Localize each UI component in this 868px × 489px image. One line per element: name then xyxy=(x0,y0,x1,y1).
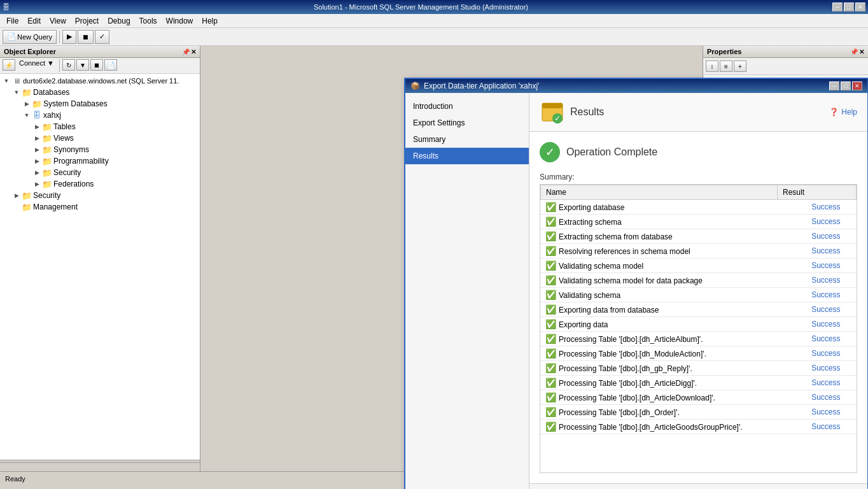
menu-help[interactable]: Help xyxy=(198,15,221,27)
center-area: 📦 Export Data-tier Application 'xahxj' ─… xyxy=(200,46,703,471)
result-status-cell: Success xyxy=(806,346,857,361)
success-link[interactable]: Success xyxy=(811,422,840,431)
success-link[interactable]: Success xyxy=(811,320,840,329)
tree-node-databases[interactable]: ▼ 📁 Databases xyxy=(0,87,200,98)
row-success-icon: ✅ xyxy=(545,363,556,373)
tree-node-system-db[interactable]: ▶ 📁 System Databases xyxy=(0,98,200,110)
close-panel-icon[interactable]: ✕ xyxy=(191,48,196,55)
result-name-cell: ✅Exporting database xyxy=(540,200,806,215)
table-row: ✅Processing Table '[dbo].[dh_ArticleGood… xyxy=(540,420,857,434)
views-label: Views xyxy=(53,134,74,143)
toolbar-btn-2[interactable]: ⏹ xyxy=(78,30,94,44)
nav-summary[interactable]: Summary xyxy=(405,131,529,148)
refresh-button[interactable]: ↻ xyxy=(62,59,75,71)
success-link[interactable]: Success xyxy=(811,349,840,358)
filter-button[interactable]: ▼ xyxy=(76,59,89,71)
row-success-icon: ✅ xyxy=(545,348,556,358)
success-link[interactable]: Success xyxy=(811,217,840,226)
nav-results[interactable]: Results xyxy=(405,148,529,164)
dialog-close-button[interactable]: ✕ xyxy=(852,82,862,90)
table-row: ✅Extracting schema from databaseSuccess xyxy=(540,229,857,244)
table-row: ✅Exporting dataSuccess xyxy=(540,317,857,332)
tree-node-server[interactable]: ▼ 🖥 durto6xle2.database.windows.net (SQL… xyxy=(0,75,200,87)
result-name-cell: ✅Extracting schema xyxy=(540,215,806,229)
close-properties-icon[interactable]: ✕ xyxy=(859,48,864,55)
table-row: ✅Processing Table '[dbo].[dh_ArticleDigg… xyxy=(540,376,857,390)
prop-sort-btn[interactable]: ↕ xyxy=(706,60,718,72)
tree-node-management[interactable]: 📁 Management xyxy=(0,201,200,213)
success-link[interactable]: Success xyxy=(811,232,840,241)
svg-text:✓: ✓ xyxy=(554,114,561,123)
prop-cat-btn[interactable]: ≡ xyxy=(720,60,732,72)
oe-toolbar-separator xyxy=(59,59,60,72)
expand-tables-icon: ▶ xyxy=(32,122,42,132)
toolbar-btn-1[interactable]: ▶ xyxy=(62,30,76,44)
title-bar-left: 🗄 xyxy=(3,3,10,11)
row-success-icon: ✅ xyxy=(545,231,556,241)
menu-project[interactable]: Project xyxy=(71,15,102,27)
table-row: ✅Processing Table '[dbo].[dh_gb_Reply]'.… xyxy=(540,361,857,376)
connect-button[interactable]: ⚡ xyxy=(3,59,15,71)
success-link[interactable]: Success xyxy=(811,408,840,416)
menu-edit[interactable]: Edit xyxy=(24,15,45,27)
menu-view[interactable]: View xyxy=(46,15,70,27)
col-header-result: Result xyxy=(778,185,857,200)
status-text: Ready xyxy=(5,475,25,483)
dialog-minimize-button[interactable]: ─ xyxy=(829,82,839,90)
dialog-content-header: ✓ Results ❓ Help xyxy=(529,93,867,132)
tree-node-tables[interactable]: ▶ 📁 Tables xyxy=(0,121,200,132)
object-explorer-scrollbar-h[interactable] xyxy=(0,460,200,471)
connect-label[interactable]: Connect ▼ xyxy=(17,59,57,72)
success-link[interactable]: Success xyxy=(811,202,840,211)
synonyms-label: Synonyms xyxy=(53,145,89,154)
menu-tools[interactable]: Tools xyxy=(136,15,161,27)
success-link[interactable]: Success xyxy=(811,261,840,270)
menu-debug[interactable]: Debug xyxy=(104,15,134,27)
success-link[interactable]: Success xyxy=(811,334,840,343)
stop-button[interactable]: ⏹ xyxy=(90,59,103,71)
dialog-icon: 📦 xyxy=(410,82,420,90)
toolbar-btn-3[interactable]: ✓ xyxy=(95,30,109,44)
menu-window[interactable]: Window xyxy=(162,15,197,27)
result-status-cell: Success xyxy=(806,332,857,346)
success-link[interactable]: Success xyxy=(811,290,840,299)
success-link[interactable]: Success xyxy=(811,393,840,402)
close-button[interactable]: ✕ xyxy=(855,3,865,11)
table-row: ✅Validating schema modelSuccess xyxy=(540,259,857,273)
object-explorer-tree: ▼ 🖥 durto6xle2.database.windows.net (SQL… xyxy=(0,74,200,460)
result-status-cell: Success xyxy=(806,288,857,302)
tree-node-federations[interactable]: ▶ 📁 Federations xyxy=(0,178,200,190)
success-link[interactable]: Success xyxy=(811,276,840,285)
expand-xahxj-icon: ▼ xyxy=(22,110,32,120)
results-table-scroll[interactable]: ✅Exporting databaseSuccess✅Extracting sc… xyxy=(540,200,857,472)
tree-node-xahxj[interactable]: ▼ 🗄 xahxj xyxy=(0,110,200,121)
nav-introduction[interactable]: Introduction xyxy=(405,98,529,115)
dialog-maximize-button[interactable]: □ xyxy=(841,82,851,90)
tree-node-programmability[interactable]: ▶ 📁 Programmability xyxy=(0,155,200,167)
success-link[interactable]: Success xyxy=(811,378,840,387)
help-link[interactable]: ❓ Help xyxy=(829,108,857,117)
new-query-button[interactable]: 📄 New Query xyxy=(3,30,57,44)
tree-node-security-top[interactable]: ▶ 📁 Security xyxy=(0,190,200,201)
success-link[interactable]: Success xyxy=(811,305,840,314)
result-name-cell: ✅Processing Table '[dbo].[dh_ArticleDigg… xyxy=(540,376,806,390)
export-dialog: 📦 Export Data-tier Application 'xahxj' ─… xyxy=(404,78,868,489)
row-success-icon: ✅ xyxy=(545,216,556,227)
success-link[interactable]: Success xyxy=(811,364,840,372)
result-name-cell: ✅Validating schema model xyxy=(540,259,806,273)
security-db-label: Security xyxy=(53,168,81,177)
result-name-cell: ✅Processing Table '[dbo].[dh_ArticleDown… xyxy=(540,390,806,405)
new-query-oe-button[interactable]: 📄 xyxy=(104,59,117,71)
minimize-button[interactable]: ─ xyxy=(832,3,843,11)
expand-server-icon: ▼ xyxy=(1,76,11,86)
tree-node-views[interactable]: ▶ 📁 Views xyxy=(0,132,200,144)
properties-header: Properties 📌 ✕ xyxy=(703,46,868,58)
tree-node-synonyms[interactable]: ▶ 📁 Synonyms xyxy=(0,144,200,155)
success-link[interactable]: Success xyxy=(811,246,840,255)
tree-node-security-db[interactable]: ▶ 📁 Security xyxy=(0,167,200,178)
menu-file[interactable]: File xyxy=(3,15,22,27)
maximize-button[interactable]: □ xyxy=(844,3,854,11)
table-row: ✅Processing Table '[dbo].[dh_Order]'.Suc… xyxy=(540,405,857,420)
prop-new-btn[interactable]: + xyxy=(734,60,746,72)
nav-export-settings[interactable]: Export Settings xyxy=(405,115,529,131)
